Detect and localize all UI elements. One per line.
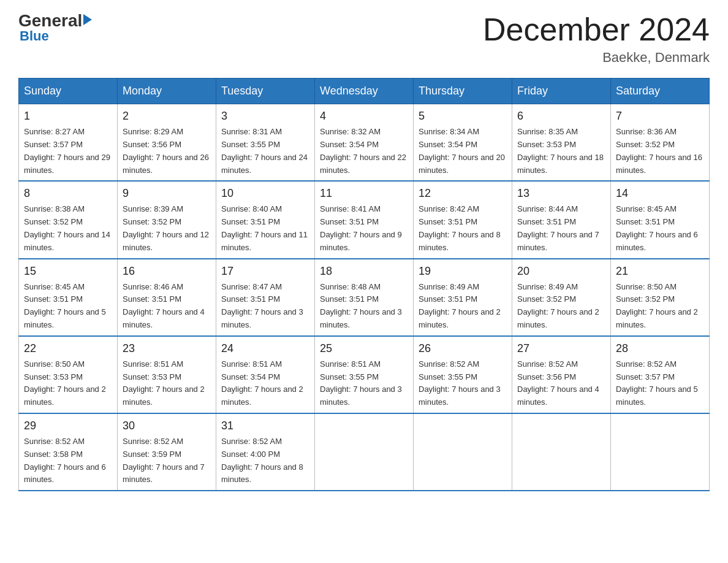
- header-thursday: Thursday: [414, 79, 512, 104]
- day-info: Sunrise: 8:31 AMSunset: 3:55 PMDaylight:…: [221, 126, 309, 177]
- day-info: Sunrise: 8:52 AMSunset: 3:59 PMDaylight:…: [123, 435, 211, 486]
- table-row: 1Sunrise: 8:27 AMSunset: 3:57 PMDaylight…: [19, 104, 118, 182]
- table-row: 12Sunrise: 8:42 AMSunset: 3:51 PMDayligh…: [414, 181, 512, 258]
- day-info: Sunrise: 8:51 AMSunset: 3:55 PMDaylight:…: [320, 358, 408, 409]
- table-row: 3Sunrise: 8:31 AMSunset: 3:55 PMDaylight…: [216, 104, 315, 182]
- table-row: 27Sunrise: 8:52 AMSunset: 3:56 PMDayligh…: [512, 336, 611, 413]
- table-row: 6Sunrise: 8:35 AMSunset: 3:53 PMDaylight…: [512, 104, 611, 182]
- table-row: 7Sunrise: 8:36 AMSunset: 3:52 PMDaylight…: [611, 104, 710, 182]
- day-info: Sunrise: 8:32 AMSunset: 3:54 PMDaylight:…: [320, 126, 408, 177]
- day-info: Sunrise: 8:52 AMSunset: 3:57 PMDaylight:…: [616, 358, 704, 409]
- day-info: Sunrise: 8:35 AMSunset: 3:53 PMDaylight:…: [517, 126, 605, 177]
- table-row: 9Sunrise: 8:39 AMSunset: 3:52 PMDaylight…: [118, 181, 216, 258]
- day-number: 11: [320, 185, 408, 202]
- header-saturday: Saturday: [611, 79, 710, 104]
- logo-arrow-icon: [83, 14, 92, 25]
- header-friday: Friday: [512, 79, 611, 104]
- day-info: Sunrise: 8:44 AMSunset: 3:51 PMDaylight:…: [517, 203, 605, 254]
- table-row: 28Sunrise: 8:52 AMSunset: 3:57 PMDayligh…: [611, 336, 710, 413]
- table-row: [611, 413, 710, 491]
- table-row: 30Sunrise: 8:52 AMSunset: 3:59 PMDayligh…: [118, 413, 216, 491]
- table-row: 29Sunrise: 8:52 AMSunset: 3:58 PMDayligh…: [19, 413, 118, 491]
- table-row: 21Sunrise: 8:50 AMSunset: 3:52 PMDayligh…: [611, 259, 710, 336]
- table-row: 22Sunrise: 8:50 AMSunset: 3:53 PMDayligh…: [19, 336, 118, 413]
- day-info: Sunrise: 8:42 AMSunset: 3:51 PMDaylight:…: [419, 203, 507, 254]
- table-row: [315, 413, 414, 491]
- header-sunday: Sunday: [19, 79, 118, 104]
- day-number: 28: [616, 340, 704, 357]
- day-info: Sunrise: 8:50 AMSunset: 3:52 PMDaylight:…: [616, 281, 704, 332]
- day-number: 6: [517, 108, 605, 124]
- day-info: Sunrise: 8:50 AMSunset: 3:53 PMDaylight:…: [24, 358, 112, 409]
- table-row: 26Sunrise: 8:52 AMSunset: 3:55 PMDayligh…: [414, 336, 512, 413]
- day-number: 22: [24, 340, 112, 357]
- day-number: 8: [24, 185, 112, 202]
- day-number: 24: [221, 340, 309, 357]
- calendar-header-row: Sunday Monday Tuesday Wednesday Thursday…: [19, 79, 710, 104]
- day-number: 14: [616, 185, 704, 202]
- week-row-3: 15Sunrise: 8:45 AMSunset: 3:51 PMDayligh…: [19, 259, 710, 336]
- title-section: December 2024 Baekke, Denmark: [483, 12, 710, 66]
- day-number: 3: [221, 108, 309, 124]
- logo-text-blue: Blue: [20, 28, 49, 44]
- week-row-2: 8Sunrise: 8:38 AMSunset: 3:52 PMDaylight…: [19, 181, 710, 258]
- logo: General Blue: [18, 12, 92, 43]
- table-row: 4Sunrise: 8:32 AMSunset: 3:54 PMDaylight…: [315, 104, 414, 182]
- day-number: 7: [616, 108, 704, 124]
- day-number: 12: [419, 185, 507, 202]
- day-number: 16: [123, 263, 211, 280]
- day-number: 10: [221, 185, 309, 202]
- day-info: Sunrise: 8:46 AMSunset: 3:51 PMDaylight:…: [123, 281, 211, 332]
- table-row: [414, 413, 512, 491]
- day-info: Sunrise: 8:48 AMSunset: 3:51 PMDaylight:…: [320, 281, 408, 332]
- day-number: 20: [517, 263, 605, 280]
- table-row: 5Sunrise: 8:34 AMSunset: 3:54 PMDaylight…: [414, 104, 512, 182]
- calendar-table: Sunday Monday Tuesday Wednesday Thursday…: [18, 78, 710, 491]
- table-row: 25Sunrise: 8:51 AMSunset: 3:55 PMDayligh…: [315, 336, 414, 413]
- table-row: 19Sunrise: 8:49 AMSunset: 3:51 PMDayligh…: [414, 259, 512, 336]
- day-info: Sunrise: 8:52 AMSunset: 4:00 PMDaylight:…: [221, 435, 309, 486]
- day-info: Sunrise: 8:29 AMSunset: 3:56 PMDaylight:…: [123, 126, 211, 177]
- day-number: 23: [123, 340, 211, 357]
- header-tuesday: Tuesday: [216, 79, 315, 104]
- day-info: Sunrise: 8:41 AMSunset: 3:51 PMDaylight:…: [320, 203, 408, 254]
- day-info: Sunrise: 8:52 AMSunset: 3:56 PMDaylight:…: [517, 358, 605, 409]
- header-monday: Monday: [118, 79, 216, 104]
- day-number: 5: [419, 108, 507, 124]
- table-row: 13Sunrise: 8:44 AMSunset: 3:51 PMDayligh…: [512, 181, 611, 258]
- day-number: 21: [616, 263, 704, 280]
- table-row: 16Sunrise: 8:46 AMSunset: 3:51 PMDayligh…: [118, 259, 216, 336]
- day-info: Sunrise: 8:38 AMSunset: 3:52 PMDaylight:…: [24, 203, 112, 254]
- day-info: Sunrise: 8:45 AMSunset: 3:51 PMDaylight:…: [24, 281, 112, 332]
- table-row: 23Sunrise: 8:51 AMSunset: 3:53 PMDayligh…: [118, 336, 216, 413]
- day-info: Sunrise: 8:45 AMSunset: 3:51 PMDaylight:…: [616, 203, 704, 254]
- table-row: 8Sunrise: 8:38 AMSunset: 3:52 PMDaylight…: [19, 181, 118, 258]
- table-row: 14Sunrise: 8:45 AMSunset: 3:51 PMDayligh…: [611, 181, 710, 258]
- day-number: 27: [517, 340, 605, 357]
- week-row-5: 29Sunrise: 8:52 AMSunset: 3:58 PMDayligh…: [19, 413, 710, 491]
- table-row: 2Sunrise: 8:29 AMSunset: 3:56 PMDaylight…: [118, 104, 216, 182]
- day-info: Sunrise: 8:27 AMSunset: 3:57 PMDaylight:…: [24, 126, 112, 177]
- table-row: 20Sunrise: 8:49 AMSunset: 3:52 PMDayligh…: [512, 259, 611, 336]
- week-row-4: 22Sunrise: 8:50 AMSunset: 3:53 PMDayligh…: [19, 336, 710, 413]
- table-row: 17Sunrise: 8:47 AMSunset: 3:51 PMDayligh…: [216, 259, 315, 336]
- week-row-1: 1Sunrise: 8:27 AMSunset: 3:57 PMDaylight…: [19, 104, 710, 182]
- logo-text-general: General: [18, 12, 82, 29]
- location-label: Baekke, Denmark: [483, 50, 710, 66]
- table-row: 18Sunrise: 8:48 AMSunset: 3:51 PMDayligh…: [315, 259, 414, 336]
- day-info: Sunrise: 8:51 AMSunset: 3:53 PMDaylight:…: [123, 358, 211, 409]
- day-info: Sunrise: 8:52 AMSunset: 3:58 PMDaylight:…: [24, 435, 112, 486]
- table-row: 31Sunrise: 8:52 AMSunset: 4:00 PMDayligh…: [216, 413, 315, 491]
- day-number: 4: [320, 108, 408, 124]
- day-number: 25: [320, 340, 408, 357]
- day-number: 15: [24, 263, 112, 280]
- day-number: 13: [517, 185, 605, 202]
- day-info: Sunrise: 8:34 AMSunset: 3:54 PMDaylight:…: [419, 126, 507, 177]
- day-info: Sunrise: 8:52 AMSunset: 3:55 PMDaylight:…: [419, 358, 507, 409]
- day-info: Sunrise: 8:36 AMSunset: 3:52 PMDaylight:…: [616, 126, 704, 177]
- day-info: Sunrise: 8:47 AMSunset: 3:51 PMDaylight:…: [221, 281, 309, 332]
- month-title: December 2024: [483, 12, 710, 47]
- day-info: Sunrise: 8:39 AMSunset: 3:52 PMDaylight:…: [123, 203, 211, 254]
- day-number: 30: [123, 418, 211, 434]
- table-row: [512, 413, 611, 491]
